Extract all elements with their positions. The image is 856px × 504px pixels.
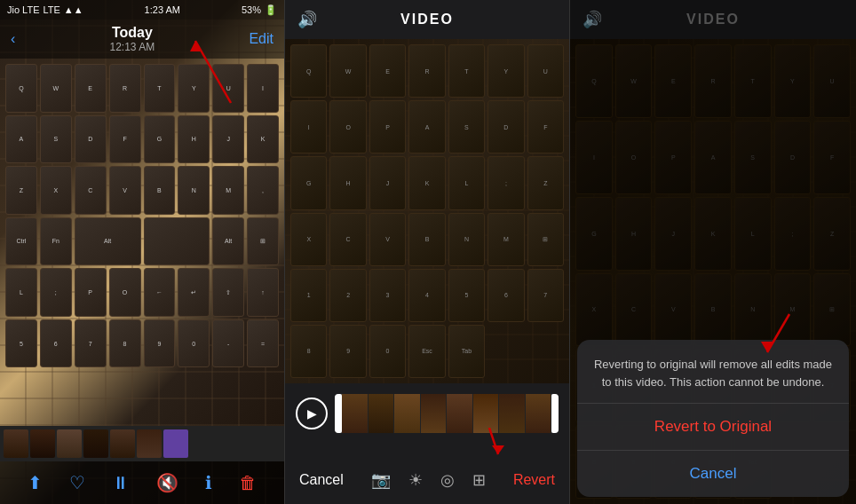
key-9: 9 [144, 319, 176, 368]
lte-icon: LTE [43, 4, 59, 15]
vk-1: 1 [290, 269, 327, 322]
vk-0: 0 [369, 325, 406, 378]
panel1-bottom-bar: ⬆ ♡ ⏸ 🔇 ℹ 🗑 [0, 426, 284, 504]
brightness-icon[interactable]: ☀ [408, 470, 423, 490]
vk-tab: Tab [448, 325, 485, 378]
tl-frame-8 [526, 394, 552, 433]
key-b: B [144, 166, 176, 215]
video-timeline[interactable] [335, 394, 559, 433]
dialog-overlay: Reverting to original will remove all ed… [570, 0, 856, 504]
key-j: J [212, 115, 244, 164]
crop-icon[interactable]: ⊞ [472, 470, 486, 490]
timeline-right-handle[interactable] [551, 394, 559, 433]
revert-to-original-button[interactable]: Revert to Original [577, 404, 849, 451]
vk-s: S [448, 100, 485, 154]
panel2-video-edit: 🔊 VIDEO Q W E R T Y U I O P A S D F G H … [284, 0, 570, 504]
battery-percent: 53% [242, 4, 261, 15]
cancel-button[interactable]: Cancel [299, 472, 344, 488]
vk-8: 8 [290, 325, 327, 378]
key-x: X [40, 166, 72, 215]
vk-z: Z [527, 156, 564, 209]
info-icon[interactable]: ℹ [205, 472, 212, 493]
vk-w: W [329, 44, 366, 98]
key-win: ⊞ [247, 217, 279, 266]
key-t: T [144, 64, 176, 113]
mute-icon[interactable]: 🔇 [156, 472, 178, 493]
red-arrow-panel2 [285, 437, 569, 463]
key-ctrl: Ctrl [5, 217, 37, 266]
film-frame-6 [137, 429, 162, 458]
camera-icon[interactable]: 📷 [371, 470, 391, 490]
delete-icon[interactable]: 🗑 [239, 473, 257, 493]
vk-k: K [408, 156, 445, 209]
carrier-text: Jio LTE [7, 4, 39, 15]
status-right: 53% 🔋 [242, 4, 277, 16]
heart-icon[interactable]: ♡ [69, 472, 85, 493]
key-v: V [109, 166, 141, 215]
vk-b: B [408, 213, 445, 266]
key-up: ↑ [247, 268, 279, 317]
signal-icon: ▲▲ [64, 4, 83, 15]
vk-4: 4 [408, 269, 445, 322]
vk-o: O [329, 100, 366, 154]
key-c: C [75, 166, 107, 215]
key-k: K [247, 115, 279, 164]
film-frame-7 [163, 429, 188, 458]
key-l: L [5, 268, 37, 317]
key-w: W [40, 64, 72, 113]
key-f: F [109, 115, 141, 164]
tl-frame-2 [369, 394, 395, 433]
vk-t: T [448, 44, 485, 98]
vk-u: U [527, 44, 564, 98]
film-frame-4 [83, 429, 108, 458]
key-eq: = [247, 319, 279, 368]
play-button[interactable]: ▶ [296, 398, 328, 429]
target-icon[interactable]: ◎ [440, 470, 455, 490]
vk-5: 5 [448, 269, 485, 322]
key-g: G [144, 115, 176, 164]
film-frame-1 [4, 429, 28, 458]
key-5: 5 [5, 319, 37, 368]
tl-frame-3 [394, 394, 421, 433]
vk-f: F [527, 100, 564, 154]
key-s: S [40, 115, 72, 164]
key-minus: - [212, 319, 244, 368]
revert-dialog-box: Reverting to original will remove all ed… [577, 340, 849, 497]
panel2-controls: ▶ [285, 383, 569, 504]
panel2-speaker-icon: 🔊 [297, 10, 317, 29]
key-m: M [212, 166, 244, 215]
key-0: 0 [178, 319, 210, 368]
vk-e: E [369, 44, 406, 98]
vk-g: G [290, 156, 327, 209]
panel2-title: VIDEO [400, 12, 454, 28]
key-altgr: Alt [212, 217, 244, 266]
svg-line-0 [195, 41, 231, 103]
key-d: D [75, 115, 107, 164]
red-arrow-panel3 [741, 310, 803, 366]
tl-frame-4 [421, 394, 448, 433]
key-6: 6 [40, 319, 72, 368]
revert-button[interactable]: Revert [513, 472, 555, 488]
vk-j: J [369, 156, 406, 209]
vk-c: C [329, 213, 366, 266]
edit-button[interactable]: Edit [249, 31, 273, 47]
key-p: P [75, 268, 107, 317]
key-backspace: ← [144, 268, 176, 317]
status-bar: Jio LTE LTE ▲▲ 1:23 AM 53% 🔋 [0, 0, 284, 20]
key-space [144, 217, 210, 266]
vk-m: M [487, 213, 524, 266]
filmstrip [0, 426, 284, 461]
vk-esc: Esc [408, 325, 445, 378]
key-z: Z [5, 166, 37, 215]
key-alt: Alt [75, 217, 141, 266]
key-a: A [5, 115, 37, 164]
vk-6: 6 [487, 269, 524, 322]
vk-v: V [369, 213, 406, 266]
toolbar-icons: 📷 ☀ ◎ ⊞ [371, 470, 486, 490]
dialog-cancel-button[interactable]: Cancel [577, 451, 849, 497]
share-icon[interactable]: ⬆ [28, 472, 43, 493]
timeline-left-handle[interactable] [335, 394, 342, 433]
pause-icon[interactable]: ⏸ [112, 473, 130, 493]
key-o: O [109, 268, 141, 317]
panel2-header: 🔊 VIDEO [285, 0, 569, 39]
